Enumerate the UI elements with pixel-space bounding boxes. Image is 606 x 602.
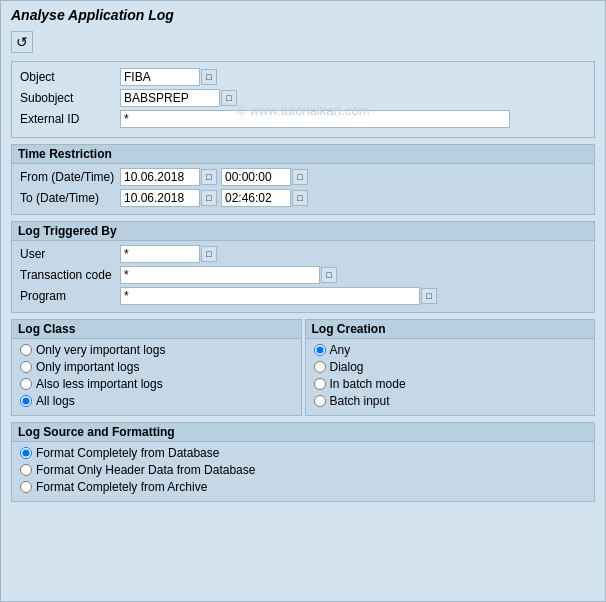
log-source-section: Log Source and Formatting Format Complet… — [11, 422, 595, 502]
log-source-label-2: Format Completely from Archive — [36, 480, 207, 494]
log-source-label-1: Format Only Header Data from Database — [36, 463, 255, 477]
user-label: User — [20, 247, 120, 261]
log-class-section: Log Class Only very important logs Only … — [11, 319, 302, 416]
log-class-creation-row: Log Class Only very important logs Only … — [11, 319, 595, 422]
log-source-option-2: Format Completely from Archive — [20, 480, 586, 494]
log-class-label-3: All logs — [36, 394, 75, 408]
from-label: From (Date/Time) — [20, 170, 120, 184]
to-row: To (Date/Time) □ □ — [20, 189, 586, 207]
object-row: Object □ — [20, 68, 586, 86]
log-creation-label-3: Batch input — [330, 394, 390, 408]
log-creation-label-0: Any — [330, 343, 351, 357]
user-row: User □ — [20, 245, 586, 263]
log-triggered-header: Log Triggered By — [12, 222, 594, 241]
from-date-btn[interactable]: □ — [201, 169, 217, 185]
log-source-option-0: Format Completely from Database — [20, 446, 586, 460]
log-class-header: Log Class — [12, 320, 301, 339]
log-class-label-2: Also less important logs — [36, 377, 163, 391]
log-class-radio-0[interactable] — [20, 344, 32, 356]
txcode-input[interactable] — [120, 266, 320, 284]
log-triggered-body: User □ Transaction code □ Program — [12, 241, 594, 312]
log-creation-option-3: Batch input — [314, 394, 587, 408]
log-source-option-1: Format Only Header Data from Database — [20, 463, 586, 477]
log-source-label-0: Format Completely from Database — [36, 446, 219, 460]
log-class-body: Only very important logs Only important … — [12, 339, 301, 415]
log-class-option-2: Also less important logs — [20, 377, 293, 391]
from-date-input[interactable] — [120, 168, 200, 186]
log-creation-radio-0[interactable] — [314, 344, 326, 356]
txcode-row: Transaction code □ — [20, 266, 586, 284]
log-creation-label-2: In batch mode — [330, 377, 406, 391]
subobject-field-group: □ — [120, 89, 237, 107]
program-input[interactable] — [120, 287, 420, 305]
log-creation-header: Log Creation — [306, 320, 595, 339]
log-creation-option-2: In batch mode — [314, 377, 587, 391]
to-label: To (Date/Time) — [20, 191, 120, 205]
main-window: Analyse Application Log ↺ © www.tutorial… — [0, 0, 606, 602]
title-bar: Analyse Application Log — [1, 1, 605, 27]
log-source-radio-1[interactable] — [20, 464, 32, 476]
log-class-radio-2[interactable] — [20, 378, 32, 390]
log-creation-section: Log Creation Any Dialog In batch mode — [305, 319, 596, 416]
log-class-label-1: Only important logs — [36, 360, 139, 374]
object-search-btn[interactable]: □ — [201, 69, 217, 85]
user-search-btn[interactable]: □ — [201, 246, 217, 262]
toolbar: ↺ — [1, 27, 605, 57]
log-creation-radio-1[interactable] — [314, 361, 326, 373]
to-time-input[interactable] — [221, 189, 291, 207]
to-date-group: □ — [120, 189, 217, 207]
to-time-group: □ — [221, 189, 308, 207]
time-restriction-body: From (Date/Time) □ □ To (Date/Time) □ — [12, 164, 594, 214]
log-class-label-0: Only very important logs — [36, 343, 165, 357]
log-class-radio-3[interactable] — [20, 395, 32, 407]
log-source-body: Format Completely from Database Format O… — [12, 442, 594, 501]
program-row: Program □ — [20, 287, 586, 305]
from-time-group: □ — [221, 168, 308, 186]
from-date-group: □ — [120, 168, 217, 186]
log-source-header: Log Source and Formatting — [12, 423, 594, 442]
content-area: © www.tutorialkart.com Object □ Subobjec… — [1, 57, 605, 518]
object-label: Object — [20, 70, 120, 84]
to-date-input[interactable] — [120, 189, 200, 207]
txcode-label: Transaction code — [20, 268, 120, 282]
time-restriction-header: Time Restriction — [12, 145, 594, 164]
user-input[interactable] — [120, 245, 200, 263]
log-creation-body: Any Dialog In batch mode Batch input — [306, 339, 595, 415]
log-creation-option-1: Dialog — [314, 360, 587, 374]
program-field-group: □ — [120, 287, 437, 305]
subobject-label: Subobject — [20, 91, 120, 105]
txcode-field-group: □ — [120, 266, 337, 284]
log-source-radio-0[interactable] — [20, 447, 32, 459]
log-creation-radio-2[interactable] — [314, 378, 326, 390]
log-class-option-0: Only very important logs — [20, 343, 293, 357]
subobject-input[interactable] — [120, 89, 220, 107]
page-title: Analyse Application Log — [11, 7, 595, 23]
to-time-btn[interactable]: □ — [292, 190, 308, 206]
log-creation-radio-3[interactable] — [314, 395, 326, 407]
from-row: From (Date/Time) □ □ — [20, 168, 586, 186]
object-input[interactable] — [120, 68, 200, 86]
log-class-radio-1[interactable] — [20, 361, 32, 373]
from-time-btn[interactable]: □ — [292, 169, 308, 185]
externalid-input[interactable] — [120, 110, 510, 128]
log-creation-label-1: Dialog — [330, 360, 364, 374]
from-time-input[interactable] — [221, 168, 291, 186]
log-class-option-3: All logs — [20, 394, 293, 408]
back-button[interactable]: ↺ — [11, 31, 33, 53]
program-search-btn[interactable]: □ — [421, 288, 437, 304]
object-field-group: □ — [120, 68, 217, 86]
user-field-group: □ — [120, 245, 217, 263]
externalid-label: External ID — [20, 112, 120, 126]
to-date-btn[interactable]: □ — [201, 190, 217, 206]
log-class-option-1: Only important logs — [20, 360, 293, 374]
log-triggered-section: Log Triggered By User □ Transaction code… — [11, 221, 595, 313]
subobject-row: Subobject □ — [20, 89, 586, 107]
externalid-row: External ID — [20, 110, 586, 128]
log-source-radio-2[interactable] — [20, 481, 32, 493]
txcode-search-btn[interactable]: □ — [321, 267, 337, 283]
time-restriction-section: Time Restriction From (Date/Time) □ □ To… — [11, 144, 595, 215]
program-label: Program — [20, 289, 120, 303]
log-creation-option-0: Any — [314, 343, 587, 357]
subobject-search-btn[interactable]: □ — [221, 90, 237, 106]
